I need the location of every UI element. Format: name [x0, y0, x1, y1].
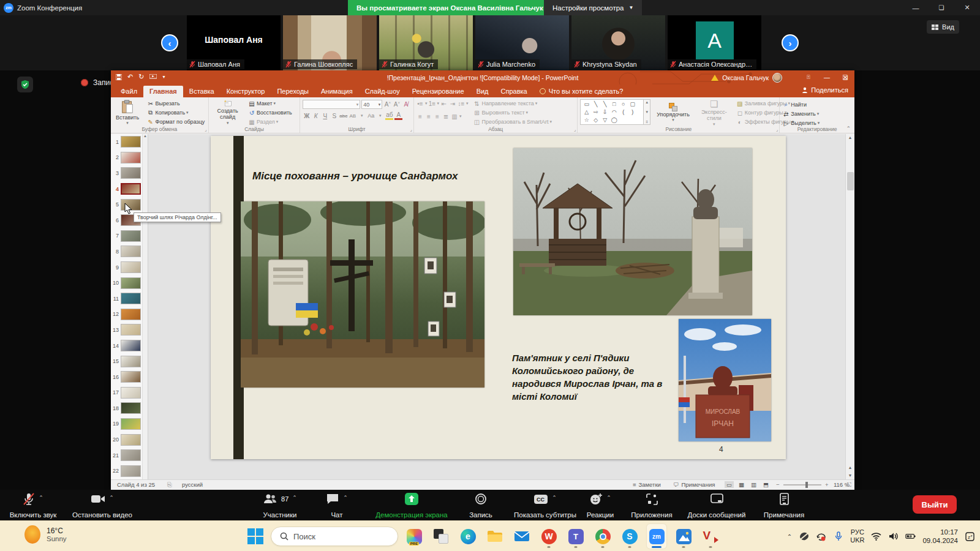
thumbnail-image[interactable] — [121, 293, 141, 304]
font-name-combo[interactable]: ▾ — [303, 100, 360, 109]
smartart-button[interactable]: ◫Преобразовать в SmartArt▾ — [473, 118, 552, 126]
scrollbar-thumb[interactable] — [847, 172, 854, 190]
format-painter-button[interactable]: ✎Формат по образцу — [147, 118, 205, 126]
thumbnail-image[interactable] — [121, 324, 141, 335]
ribbon-tab-переходы[interactable]: Переходы — [271, 86, 315, 97]
whiteboards-button[interactable]: Доски сообщений — [681, 492, 752, 519]
text-direction-button[interactable]: ⇅Направление текста▾ — [473, 99, 552, 108]
slide-photo-forest-memorial[interactable] — [241, 201, 484, 388]
clear-formatting-button[interactable]: А̸ — [402, 101, 410, 108]
slide-thumbnail-14[interactable]: 14 — [111, 338, 148, 354]
highlight-button[interactable]: аб — [385, 111, 393, 120]
taskbar-app-teams[interactable]: T — [566, 524, 586, 549]
ribbon-tab-вставка[interactable]: Вставка — [183, 86, 221, 97]
thumbnail-image[interactable] — [121, 387, 141, 399]
underline-button[interactable]: Ч — [321, 113, 329, 119]
italic-button[interactable]: К — [312, 113, 320, 119]
thumbnail-image[interactable] — [121, 465, 141, 477]
taskbar-app-copilot[interactable]: PRE — [404, 524, 424, 549]
thumbnail-image[interactable] — [121, 277, 141, 289]
weather-widget[interactable]: 16°C Sunny — [24, 525, 67, 544]
taskbar-app-wps[interactable]: W — [539, 524, 559, 549]
thumbnail-image[interactable] — [121, 356, 141, 367]
participant-tile[interactable]: Галина Шовкопляс — [283, 15, 377, 70]
slide-thumbnail-13[interactable]: 13 — [111, 322, 148, 338]
undo-icon[interactable]: ↶ — [127, 73, 133, 81]
account-avatar[interactable] — [772, 73, 782, 83]
find-button[interactable]: ⌕Найти — [782, 100, 820, 109]
ribbon-tab-рецензирование[interactable]: Рецензирование — [406, 86, 470, 97]
font-dialog-launcher[interactable]: ⌟ — [410, 127, 412, 132]
chevron-up-icon[interactable]: ⌃ — [109, 495, 114, 501]
align-left-button[interactable]: ≡ — [417, 113, 424, 120]
slide-photo-bust-and-well[interactable] — [513, 148, 752, 315]
taskbar-clock[interactable]: 10:17 09.04.2024 — [922, 528, 958, 545]
section-button[interactable]: ▦Раздел▾ — [248, 118, 292, 126]
ribbon-tab-главная[interactable]: Главная — [143, 86, 183, 97]
thumbnail-image[interactable] — [121, 340, 141, 351]
taskbar-app-photos[interactable] — [674, 524, 693, 549]
slide-caption[interactable]: Пам'ятник у селі П'ядики Коломийського р… — [512, 351, 679, 403]
taskbar-app-skype[interactable]: S — [620, 524, 639, 549]
arrange-button[interactable]: Упорядочить ▾ — [654, 99, 692, 126]
participant-tile[interactable]: Шаповал АняШаповал Аня — [187, 15, 281, 70]
slide-title[interactable]: Місце поховання – урочище Сандармох — [252, 170, 461, 182]
align-text-button[interactable]: ⊞Выровнять текст▾ — [473, 108, 552, 117]
language-indicator[interactable]: русский — [182, 481, 203, 488]
chevron-up-icon[interactable]: ⌃ — [606, 495, 611, 501]
start-slideshow-icon[interactable] — [149, 74, 157, 80]
participant-tile[interactable]: AАнастасія Олександр… — [668, 15, 761, 70]
shadow-button[interactable]: S — [330, 113, 338, 119]
meeting-security-shield-icon[interactable] — [17, 77, 33, 92]
slide-thumbnail-4[interactable]: 4 — [111, 181, 148, 197]
comments-toggle[interactable]: 🗩Примечания — [673, 481, 715, 488]
warning-icon[interactable] — [711, 75, 718, 81]
ppt-minimize-button[interactable]: — — [818, 70, 836, 84]
redo-icon[interactable]: ↻ — [138, 73, 144, 81]
spellcheck-icon[interactable]: ⎘ — [167, 481, 172, 489]
taskbar-app-taskview[interactable] — [431, 524, 451, 549]
notes-button[interactable]: Примечания — [757, 492, 811, 519]
thumbnail-image[interactable] — [121, 230, 141, 242]
scroll-up-icon[interactable]: ▲ — [846, 134, 854, 140]
clipboard-dialog-launcher[interactable]: ⌟ — [205, 127, 206, 132]
justify-button[interactable]: ≣ — [442, 113, 450, 120]
thumbnail-image[interactable] — [121, 246, 141, 257]
change-case-button[interactable]: Аа — [367, 113, 375, 119]
bullets-button[interactable]: •≡ — [417, 100, 424, 107]
slide-thumbnail-21[interactable]: 21 — [111, 448, 148, 463]
taskbar-app-explorer[interactable] — [485, 524, 505, 549]
columns-button[interactable]: ▥ — [451, 113, 458, 120]
captions-button[interactable]: CC⌃Показать субтитры — [506, 492, 584, 519]
sync-recording-icon[interactable] — [816, 531, 826, 542]
restore-button[interactable]: ❏ — [929, 0, 954, 15]
ribbon-tab-конструктор[interactable]: Конструктор — [221, 86, 271, 97]
next-slide-button[interactable]: ▼ — [846, 473, 854, 478]
slide-thumbnail-9[interactable]: 9 — [111, 260, 148, 276]
vertical-scrollbar[interactable]: ▲ ▲ ▼ — [845, 134, 854, 479]
align-center-button[interactable]: ≡ — [425, 113, 432, 120]
shapes-gallery[interactable]: ▭╲╲□○▢ △⇨⇩◠() ☆◇▽◯ — [580, 99, 644, 125]
char-spacing-button[interactable]: АВ — [349, 113, 356, 119]
slide-thumbnail-16[interactable]: 16 — [111, 369, 148, 385]
slide-thumbnail-17[interactable]: 17 — [111, 385, 148, 401]
increase-indent-button[interactable]: ⇥ — [449, 100, 456, 107]
chevron-up-icon[interactable]: ⌃ — [552, 495, 557, 501]
chevron-up-icon[interactable]: ⌃ — [39, 495, 43, 501]
next-participants-button[interactable]: › — [782, 34, 799, 51]
microphone-active-icon[interactable] — [833, 531, 843, 542]
reactions-button[interactable]: ⌃Реакции — [581, 492, 620, 519]
normal-view-button[interactable]: ▭ — [725, 481, 734, 488]
slide-thumbnail-15[interactable]: 15 — [111, 353, 148, 369]
slide-thumbnail-2[interactable]: 2 — [111, 150, 148, 166]
account-name[interactable]: Оксана Гальчук — [722, 74, 769, 81]
start-button[interactable] — [247, 528, 263, 544]
font-color-button[interactable]: А — [394, 111, 402, 120]
fit-slide-button[interactable]: ⛶ — [847, 481, 851, 489]
stop-video-button[interactable]: ⌃Остановить видео — [66, 492, 138, 519]
copy-button[interactable]: ⧉Копировать▾ — [147, 108, 205, 117]
new-slide-button[interactable]: Создать слайд ▾ — [211, 99, 244, 126]
share-button[interactable]: Поделиться — [802, 86, 848, 94]
participant-tile[interactable]: Галинка Когут — [379, 15, 473, 70]
focus-assist-icon[interactable]: zz — [965, 531, 975, 542]
